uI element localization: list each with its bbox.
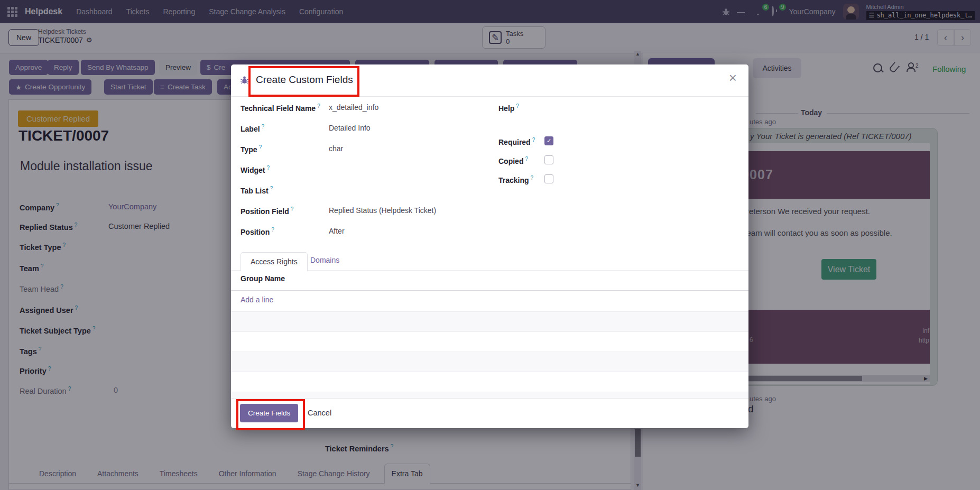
check-icon: ✓ bbox=[547, 137, 551, 144]
table-row[interactable] bbox=[231, 372, 748, 392]
table-row[interactable] bbox=[231, 352, 748, 372]
modal-label-tab-list: Tab List? bbox=[241, 186, 273, 195]
help-marker: ? bbox=[271, 227, 274, 233]
modal-label-technical-field-name: Technical Field Name? bbox=[241, 103, 320, 113]
table-row[interactable] bbox=[231, 331, 748, 352]
help-marker: ? bbox=[270, 186, 273, 191]
modal-header: Create Custom Fields × bbox=[231, 64, 748, 97]
add-a-line-link[interactable]: Add a line bbox=[241, 295, 273, 304]
required-checkbox[interactable]: ✓ bbox=[544, 136, 553, 145]
modal-label-label: Label? bbox=[241, 124, 264, 133]
modal-notebook-tabs: Access Rights Domains bbox=[231, 252, 748, 271]
help-marker: ? bbox=[262, 124, 265, 130]
close-icon[interactable]: × bbox=[729, 71, 737, 85]
modal-label-position: Position? bbox=[241, 227, 274, 236]
create-fields-button[interactable]: Create Fields bbox=[240, 404, 298, 422]
help-marker: ? bbox=[525, 156, 528, 162]
help-marker: ? bbox=[291, 206, 294, 212]
modal-label-required: Required? bbox=[498, 137, 535, 146]
help-marker: ? bbox=[259, 144, 262, 150]
modal-label-copied: Copied? bbox=[498, 156, 528, 165]
help-marker: ? bbox=[531, 175, 534, 181]
modal-label-help: Help? bbox=[498, 103, 519, 113]
table-header-border bbox=[231, 290, 748, 291]
help-marker: ? bbox=[516, 103, 519, 109]
cancel-button[interactable]: Cancel bbox=[308, 409, 331, 417]
help-marker: ? bbox=[267, 165, 270, 171]
tracking-checkbox[interactable] bbox=[544, 174, 553, 183]
modal-title: Create Custom Fields bbox=[256, 74, 353, 86]
modal-input-technical-field-name[interactable]: x_detailed_info bbox=[329, 103, 378, 112]
app-screen: Helpdesk Dashboard Tickets Reporting Sta… bbox=[0, 0, 980, 490]
table-row[interactable] bbox=[231, 311, 748, 332]
help-marker: ? bbox=[532, 137, 535, 143]
modal-label-position-field: Position Field? bbox=[241, 206, 293, 216]
help-marker: ? bbox=[317, 103, 320, 109]
tab-domains[interactable]: Domains bbox=[310, 256, 339, 264]
modal-label-widget: Widget? bbox=[241, 165, 270, 174]
create-custom-fields-modal: Create Custom Fields × Technical Field N… bbox=[231, 64, 748, 428]
copied-checkbox[interactable] bbox=[544, 155, 553, 164]
table-header-group-name: Group Name bbox=[241, 274, 285, 283]
bug-icon bbox=[240, 76, 249, 86]
tab-access-rights[interactable]: Access Rights bbox=[241, 252, 308, 271]
modal-label-type: Type? bbox=[241, 144, 262, 154]
modal-footer: Create Fields Cancel bbox=[231, 398, 748, 429]
modal-label-tracking: Tracking? bbox=[498, 175, 533, 184]
modal-select-type[interactable]: char bbox=[329, 144, 343, 153]
modal-input-label[interactable]: Detailed Info bbox=[329, 124, 371, 132]
modal-select-position-field[interactable]: Replied Status (Helpdesk Ticket) bbox=[329, 206, 436, 215]
modal-select-position[interactable]: After bbox=[329, 227, 345, 235]
